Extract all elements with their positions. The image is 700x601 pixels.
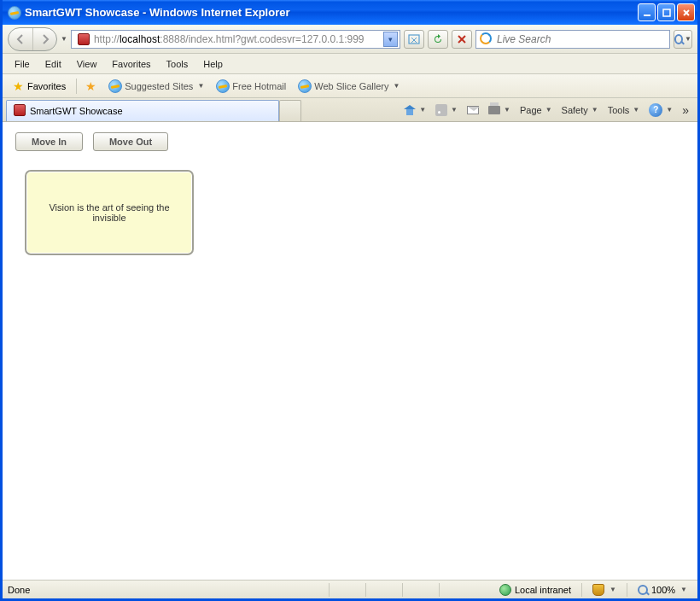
shield-icon: [592, 584, 604, 596]
zoom-control[interactable]: 100% ▼: [633, 585, 692, 595]
address-dropdown[interactable]: ▾: [383, 32, 398, 47]
suggested-sites-link[interactable]: Suggested Sites▼: [105, 78, 207, 95]
zoom-value: 100%: [651, 585, 675, 595]
menu-file[interactable]: File: [8, 56, 37, 72]
menu-tools[interactable]: Tools: [160, 56, 195, 72]
ie-icon: [298, 79, 312, 93]
ie-icon: [8, 6, 21, 20]
menu-edit[interactable]: Edit: [38, 56, 68, 72]
rss-icon: [435, 104, 447, 116]
minimize-button[interactable]: [638, 3, 656, 21]
print-button[interactable]: ▼: [485, 104, 514, 116]
menu-view[interactable]: View: [70, 56, 104, 72]
security-zone[interactable]: Local intranet: [494, 584, 576, 596]
tools-menu[interactable]: Tools▼: [604, 103, 644, 117]
status-text: Done: [8, 585, 324, 595]
note-text: Vision is the art of seeing the invisibl…: [38, 202, 180, 223]
svg-rect-1: [663, 9, 670, 16]
mail-icon: [467, 106, 479, 114]
help-icon: ?: [649, 103, 662, 117]
site-favicon-icon: [77, 32, 90, 46]
read-mail-button[interactable]: [464, 104, 482, 116]
navigation-bar: ▼ http://localhost:8888/index.html?gwt.c…: [3, 25, 697, 54]
svg-rect-0: [644, 15, 650, 16]
zone-label: Local intranet: [515, 585, 571, 595]
search-box[interactable]: [475, 30, 670, 49]
forward-button[interactable]: [32, 28, 56, 50]
feeds-button[interactable]: ▼: [432, 102, 461, 118]
home-button[interactable]: ▼: [400, 103, 429, 117]
menu-favorites[interactable]: Favorites: [105, 56, 157, 72]
window-title: SmartGWT Showcase - Windows Internet Exp…: [25, 6, 638, 19]
refresh-button[interactable]: [428, 30, 448, 49]
favorites-button[interactable]: ★Favorites: [8, 78, 71, 95]
back-button[interactable]: [9, 28, 32, 50]
toolbar-overflow-button[interactable]: »: [679, 103, 692, 117]
maximize-button[interactable]: [657, 3, 675, 21]
magnifier-icon: [638, 585, 648, 595]
tab-bar: SmartGWT Showcase ▼ ▼ ▼ Page▼ Safety▼ To…: [3, 98, 697, 122]
svg-rect-4: [409, 35, 419, 44]
move-in-button[interactable]: Move In: [15, 132, 83, 151]
compat-view-button[interactable]: [404, 30, 424, 49]
tab-smartgwt-showcase[interactable]: SmartGWT Showcase: [6, 100, 279, 121]
globe-icon: [499, 584, 511, 596]
page-content: Move In Move Out Vision is the art of se…: [3, 122, 697, 580]
ie-icon: [108, 79, 122, 93]
home-icon: [404, 105, 416, 115]
address-bar[interactable]: http://localhost:8888/index.html?gwt.cod…: [71, 30, 400, 49]
search-input[interactable]: [495, 32, 666, 46]
safety-menu[interactable]: Safety▼: [558, 103, 602, 117]
favorites-bar: ★Favorites ★ Suggested Sites▼ Free Hotma…: [3, 74, 697, 98]
search-go-button[interactable]: ▼: [674, 30, 692, 49]
bing-icon: [480, 32, 492, 46]
tab-label: SmartGWT Showcase: [30, 106, 123, 116]
close-button[interactable]: [677, 3, 695, 21]
help-button[interactable]: ?▼: [645, 102, 676, 119]
move-out-button[interactable]: Move Out: [93, 132, 168, 151]
printer-icon: [488, 106, 500, 114]
star-icon: ★: [13, 79, 24, 93]
tab-favicon-icon: [14, 104, 26, 118]
web-slice-link[interactable]: Web Slice Gallery▼: [295, 78, 403, 95]
command-bar: ▼ ▼ ▼ Page▼ Safety▼ Tools▼ ?▼ »: [400, 98, 697, 121]
star-add-icon: ★: [85, 79, 96, 93]
url-text: http://localhost:8888/index.html?gwt.cod…: [94, 33, 383, 45]
status-bar: Done Local intranet ▼ 100% ▼: [3, 580, 697, 598]
ie-icon: [216, 79, 230, 93]
add-favorite-button[interactable]: ★: [82, 78, 100, 95]
menu-help[interactable]: Help: [196, 56, 230, 72]
menu-bar: File Edit View Favorites Tools Help: [3, 54, 697, 74]
vision-note-panel: Vision is the art of seeing the invisibl…: [25, 170, 194, 255]
free-hotmail-link[interactable]: Free Hotmail: [213, 78, 289, 95]
window-titlebar: SmartGWT Showcase - Windows Internet Exp…: [3, 0, 697, 25]
stop-button[interactable]: [452, 30, 472, 49]
page-menu[interactable]: Page▼: [516, 103, 556, 117]
protected-mode[interactable]: ▼: [587, 584, 621, 596]
nav-history-dropdown[interactable]: ▼: [61, 35, 67, 43]
new-tab-button[interactable]: [279, 100, 301, 121]
